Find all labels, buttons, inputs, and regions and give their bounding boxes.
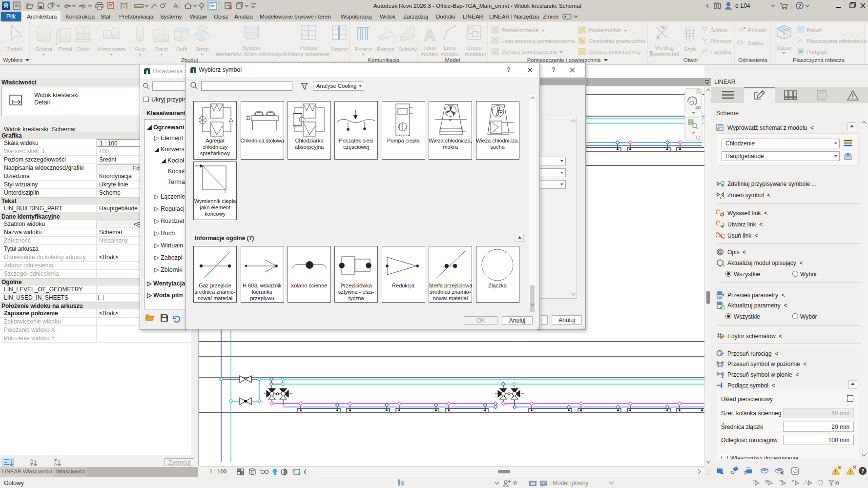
svg-text:!: !: [849, 469, 851, 475]
svg-text:Oznacz pomieszczenie: Oznacz pomieszczenie: [501, 49, 558, 55]
svg-text:Według: Według: [655, 45, 674, 51]
svg-text:Dach: Dach: [155, 46, 168, 52]
svg-text:?: ?: [861, 468, 865, 474]
svg-text:1: 1: [719, 250, 722, 255]
svg-text:Z: Z: [30, 462, 33, 467]
svg-text:modelu: modelu: [440, 51, 458, 57]
svg-text:Szpros: Szpros: [331, 46, 348, 52]
svg-text:Poziom: Poziom: [748, 27, 766, 33]
svg-text:Pokaż: Pokaż: [806, 27, 822, 33]
svg-text:Autodesk Revit 2026.3 - Office: Autodesk Revit 2026.3 - Office-Bsp-TGA_M…: [373, 2, 582, 9]
svg-text:elementów ścian osłonowych: elementów ścian osłonowych: [216, 51, 287, 57]
svg-text:A: A: [54, 462, 57, 467]
svg-text::0: :0: [835, 481, 839, 486]
svg-text:Ściana: Ściana: [36, 46, 53, 52]
svg-text:Facjatka: Facjatka: [710, 49, 731, 55]
svg-text::0: :0: [513, 481, 517, 486]
svg-text:powierzchni: powierzchni: [650, 51, 679, 57]
svg-text:Wybierz: Wybierz: [3, 57, 23, 63]
svg-text:Odniesienia: Odniesienia: [738, 57, 767, 63]
svg-text:Okno: Okno: [76, 46, 89, 52]
svg-text:Linia: Linia: [444, 45, 456, 51]
svg-text:e-L04: e-L04: [735, 2, 750, 9]
svg-text:Zmień: Zmień: [7, 46, 22, 52]
svg-text:Strop: Strop: [195, 46, 208, 52]
svg-text:Słup: Słup: [135, 46, 146, 52]
svg-text:Ściana: Ściana: [710, 27, 727, 33]
svg-text:ściany osłonowej: ściany osłonowej: [288, 51, 329, 57]
svg-text:!: !: [835, 469, 836, 475]
svg-text:Grupa: Grupa: [466, 45, 482, 51]
svg-text:Tekst: Tekst: [423, 45, 436, 51]
svg-text:Pomieszczenie: Pomieszczenie: [501, 27, 538, 33]
svg-text:Płaszczyzna robocza: Płaszczyzna robocza: [793, 57, 845, 63]
svg-text:Płaszczyzna odniesienia: Płaszczyzna odniesienia: [806, 38, 867, 44]
svg-text:Siatka: Siatka: [748, 40, 764, 46]
svg-text:Obwiednia powierzchni: Obwiednia powierzchni: [588, 38, 645, 44]
svg-text:?: ?: [798, 3, 802, 9]
svg-text:System: System: [242, 45, 261, 51]
svg-text:Otwór: Otwór: [683, 57, 698, 63]
svg-text:modelu: modelu: [420, 51, 438, 57]
svg-text:Sufit: Sufit: [176, 46, 187, 52]
svg-text:Rampa: Rampa: [377, 46, 395, 52]
svg-text:Powierzchnia: Powierzchnia: [588, 27, 621, 33]
svg-text:2D: 2D: [695, 105, 701, 110]
svg-text:R: R: [4, 2, 8, 9]
svg-text:A: A: [424, 26, 436, 44]
svg-text:Pionowo: Pionowo: [710, 38, 731, 44]
svg-text:Podgląd: Podgląd: [806, 49, 827, 55]
svg-text:Oznacz powierzchnię: Oznacz powierzchnię: [588, 49, 641, 55]
svg-text:Podział: Podział: [299, 45, 318, 51]
svg-text:modelu: modelu: [465, 51, 483, 57]
svg-text:Linia separacji pomieszczenia: Linia separacji pomieszczenia: [501, 38, 575, 44]
svg-text:Szyb: Szyb: [683, 46, 696, 52]
svg-text:Poręcz: Poręcz: [354, 46, 372, 52]
svg-text:Schody: Schody: [398, 46, 417, 52]
svg-text:Komponent: Komponent: [97, 46, 126, 52]
svg-text:A: A: [173, 2, 178, 10]
svg-text:Ustaw: Ustaw: [776, 45, 792, 51]
svg-text:Drzwi: Drzwi: [59, 46, 72, 52]
